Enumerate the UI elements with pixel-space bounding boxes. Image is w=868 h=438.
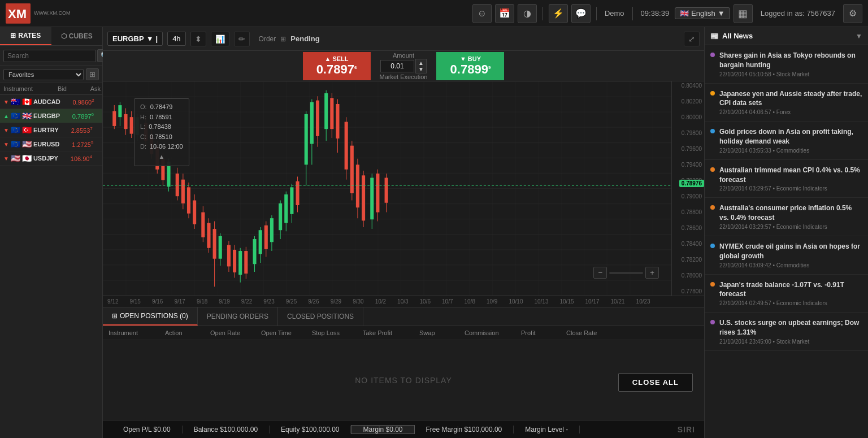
list-item[interactable]: ▼ 🇺🇸 🇯🇵 USDJPY 106.904 106.928 09:38	[0, 151, 102, 166]
price-tick: 0.78200	[672, 257, 704, 263]
margin: Margin $0.00	[351, 425, 414, 434]
news-content: NYMEX crude oil gains in Asia on hopes f…	[719, 242, 862, 268]
bottom-bar: Open P/L $0.00 Balance $100,000.00 Equit…	[103, 420, 704, 438]
balance: Balance $100,000.00	[183, 426, 270, 433]
grid-view-button[interactable]: ⊞	[86, 68, 99, 80]
news-category-dot	[710, 53, 715, 57]
chat-icon[interactable]: 💬	[571, 4, 591, 23]
news-icon: 📰	[710, 32, 719, 40]
svg-rect-62	[244, 251, 248, 274]
x-label: 10/10	[509, 298, 523, 305]
news-item[interactable]: Japanese yen and Aussie steady after tra…	[705, 84, 868, 122]
x-label: 9/30	[353, 298, 363, 305]
svg-rect-58	[233, 250, 236, 272]
buy-button[interactable]: ▼ BUY 0.78999	[436, 52, 504, 80]
hatch-icon[interactable]: ▦	[734, 4, 753, 23]
left-panel: ⊞ RATES ⬡ CUBES 🔍 Favorites ⊞ Instrument…	[0, 27, 103, 438]
chart-toolbar: EURGBP ▼ | 4h ⬍ 📊 ✏ Order ⊞ Pending ⤢	[103, 27, 704, 51]
news-content: Australian trimmed mean CPI 0.4% vs. 0.5…	[719, 166, 862, 192]
direction-icon: ▼	[3, 141, 9, 148]
chart-type-button[interactable]: ⬍	[190, 32, 206, 46]
svg-rect-68	[264, 225, 268, 249]
news-collapse-button[interactable]: ▼	[856, 32, 862, 40]
bid-price: 1.27255	[59, 140, 93, 148]
sell-button[interactable]: ▲ SELL 0.78976	[303, 52, 371, 80]
bid-price: 0.78976	[60, 112, 94, 120]
pipe-icon: |	[156, 34, 158, 43]
tab-rates[interactable]: ⊞ RATES	[0, 27, 51, 45]
news-item[interactable]: U.S. stocks surge on upbeat earnings; Do…	[705, 313, 868, 351]
news-item[interactable]: Australia's consumer price inflation 0.5…	[705, 198, 868, 236]
buy-label: ▼ BUY	[460, 55, 481, 62]
sell-price: 0.78976	[316, 62, 357, 77]
symbol-selector[interactable]: EURGBP ▼ |	[107, 32, 163, 46]
spin-down-icon[interactable]: ▼	[418, 66, 424, 72]
zoom-controls: − +	[593, 267, 659, 279]
xm-logo-icon: XM	[6, 3, 31, 24]
list-item[interactable]: ▼ 🇦🇺 🇨🇦 AUDCAD 0.98602 0.98651 09:38	[0, 95, 102, 109]
svg-rect-98	[362, 175, 365, 220]
list-item[interactable]: ▲ 🇪🇺 🇬🇧 EURGBP 0.78976 0.78999 09:38	[0, 109, 102, 123]
news-meta: 22/10/2014 03:55:33 • Commodities	[719, 148, 862, 154]
news-item[interactable]: Australian trimmed mean CPI 0.4% vs. 0.5…	[705, 160, 868, 198]
close-all-button[interactable]: CLOSE ALL	[618, 373, 693, 392]
topbar-time: 09:38:39	[641, 9, 670, 18]
svg-rect-48	[201, 213, 205, 237]
tab-pending-orders[interactable]: PENDING ORDERS	[198, 307, 278, 326]
theme-icon[interactable]: ◑	[518, 4, 537, 23]
svg-rect-78	[296, 181, 299, 205]
zoom-out-button[interactable]: −	[593, 267, 607, 279]
list-item[interactable]: ▼ 🇪🇺 🇺🇸 EURUSD 1.27255 1.27275 09:38	[0, 137, 102, 151]
amount-spinner[interactable]: ▲ ▼	[415, 59, 427, 73]
tab-closed-positions[interactable]: CLOSED POSITIONS	[278, 307, 363, 326]
draw-button[interactable]: ✏	[234, 32, 250, 46]
amount-section: Amount ▲ ▼ Market Execution	[371, 52, 437, 80]
list-item[interactable]: ▼ 🇪🇺 🇹🇷 EURTRY 2.85537 2.85743 09:38	[0, 123, 102, 137]
amount-input[interactable]	[380, 60, 414, 72]
open-positions-icon: ⊞	[112, 312, 118, 320]
tab-open-positions[interactable]: ⊞ OPEN POSITIONS (0)	[103, 307, 198, 326]
col-open-time: Open Time	[261, 329, 312, 336]
calendar-icon[interactable]: 📅	[495, 4, 514, 23]
language-selector[interactable]: 🇬🇧 English ▼	[675, 7, 730, 19]
news-item[interactable]: Gold prices down in Asia on profit takin…	[705, 122, 868, 160]
tab-cubes[interactable]: ⬡ CUBES	[51, 27, 103, 45]
rates-header: Instrument Bid Ask Time	[0, 83, 102, 95]
x-label: 10/17	[585, 298, 600, 305]
news-item[interactable]: Japan's trade balance -1.07T vs. -0.91T …	[705, 275, 868, 313]
zoom-slider[interactable]	[609, 272, 643, 274]
indicators-button[interactable]: 📊	[211, 32, 229, 46]
cubes-label: CUBES	[69, 32, 93, 40]
news-category-dot	[710, 244, 715, 248]
x-label: 9/17	[174, 298, 185, 305]
spin-up-icon[interactable]: ▲	[418, 60, 424, 66]
direction-icon: ▼	[3, 99, 9, 105]
symbol-dropdown-icon: ▼	[146, 34, 154, 43]
search-input[interactable]	[3, 50, 96, 62]
favorites-dropdown[interactable]: Favorites	[3, 69, 84, 80]
favorites-row: Favorites ⊞	[0, 66, 102, 83]
svg-rect-70	[270, 218, 274, 242]
news-header: 📰 All News ▼	[705, 27, 868, 45]
flag-icon: 🇬🇧	[680, 9, 689, 18]
news-headline: NYMEX crude oil gains in Asia on hopes f…	[719, 242, 862, 261]
language-label: English	[691, 9, 715, 18]
positions-panel: ⊞ OPEN POSITIONS (0) PENDING ORDERS CLOS…	[103, 307, 704, 420]
lightning-icon[interactable]: ⚡	[549, 4, 568, 23]
chart-area[interactable]: 0.80400 0.80200 0.80000 0.79800 0.79600 …	[103, 81, 704, 307]
x-label: 10/13	[534, 298, 548, 305]
news-content: Gold prices down in Asia on profit takin…	[719, 127, 862, 154]
timeframe-selector[interactable]: 4h	[167, 32, 185, 46]
zoom-in-button[interactable]: +	[645, 267, 659, 279]
flag-eu: 🇪🇺	[11, 111, 20, 120]
news-item[interactable]: Shares gain in Asia as Tokyo rebounds on…	[705, 45, 868, 84]
news-item[interactable]: NYMEX crude oil gains in Asia on hopes f…	[705, 236, 868, 275]
bid-price: 0.98602	[60, 98, 94, 106]
account-icon[interactable]: ☺	[472, 4, 492, 23]
search-bar: 🔍	[0, 46, 102, 66]
main-layout: ⊞ RATES ⬡ CUBES 🔍 Favorites ⊞ Instrument…	[0, 27, 868, 438]
expand-button[interactable]: ⤢	[684, 32, 700, 46]
svg-rect-22	[118, 105, 121, 117]
order-section: Order ⊞ Pending	[259, 34, 320, 43]
settings-icon[interactable]: ⚙	[843, 4, 862, 23]
